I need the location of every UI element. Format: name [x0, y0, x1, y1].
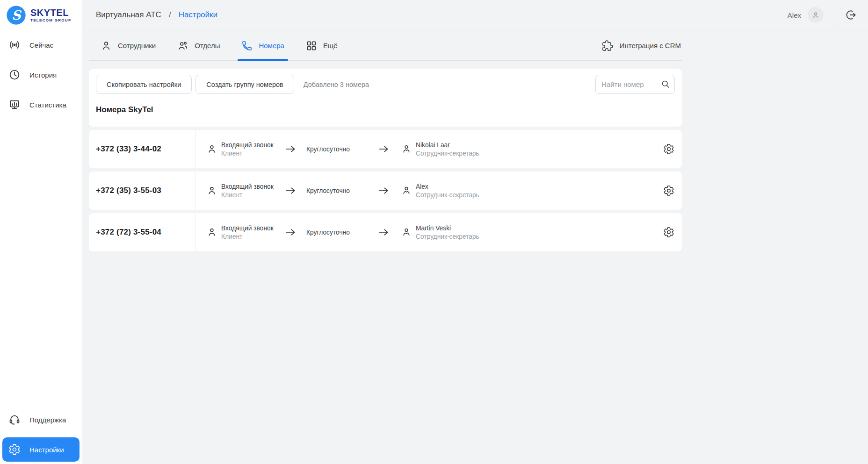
call-type: Входящий звонок	[221, 183, 284, 190]
gear-icon	[663, 227, 674, 238]
target-role: Сотрудник-секретарь	[416, 192, 479, 199]
call-type: Входящий звонок	[221, 142, 284, 149]
puzzle-icon	[602, 40, 613, 51]
target-name: Alex	[416, 183, 479, 190]
schedule: Круглосуточно	[306, 146, 369, 153]
breadcrumb-separator: /	[169, 10, 171, 20]
numbers-panel: Скопировать настройки Создать группу ном…	[89, 69, 682, 127]
routing-flow: Входящий звонок Клиент Круглосуточно Mar…	[195, 213, 682, 251]
tab-label: Сотрудники	[118, 42, 156, 50]
row-settings-button[interactable]	[663, 227, 674, 238]
sidebar-item-label: Настройки	[29, 446, 64, 454]
gear-icon	[663, 185, 674, 196]
breadcrumb-section[interactable]: Виртуальная АТС	[96, 10, 161, 20]
operator-icon	[401, 186, 412, 196]
call-source: Клиент	[221, 192, 284, 199]
person-icon	[101, 40, 112, 51]
broadcast-icon	[8, 39, 21, 51]
sidebar-item-statistics[interactable]: Статистика	[0, 90, 82, 120]
tabbar: Сотрудники Отделы Номера Ещё Интеграция …	[82, 30, 868, 61]
tab-departments[interactable]: Отделы	[177, 30, 220, 61]
avatar[interactable]	[808, 7, 824, 23]
schedule: Круглосуточно	[306, 229, 369, 236]
sidebar-item-now[interactable]: Сейчас	[0, 30, 82, 60]
sidebar-item-history[interactable]: История	[0, 60, 82, 90]
topbar: Виртуальная АТС / Настройки Alex	[82, 0, 868, 30]
sidebar-item-label: История	[29, 71, 57, 79]
headset-icon	[8, 414, 21, 426]
skytel-logo-icon: S	[6, 5, 27, 26]
tab-more[interactable]: Ещё	[306, 30, 338, 61]
main-area: Виртуальная АТС / Настройки Alex Сотрудн…	[82, 0, 868, 464]
copy-settings-button[interactable]: Скопировать настройки	[96, 75, 192, 94]
tab-label: Номера	[259, 42, 284, 50]
target-role: Сотрудник-секретарь	[416, 150, 479, 157]
logout-icon	[845, 9, 857, 21]
target-name: Martin Veski	[416, 225, 479, 232]
search-icon[interactable]	[661, 79, 670, 89]
operator-icon	[401, 227, 412, 237]
number-row: +372 (33) 3-44-02 Входящий звонок Клиент…	[89, 130, 682, 168]
schedule: Круглосуточно	[306, 187, 369, 194]
tab-label: Ещё	[323, 42, 338, 50]
breadcrumb-page[interactable]: Настройки	[179, 10, 217, 20]
breadcrumb: Виртуальная АТС / Настройки	[96, 10, 217, 20]
gear-icon	[8, 443, 21, 456]
phone-number: +372 (33) 3-44-02	[89, 130, 195, 168]
row-settings-button[interactable]	[663, 185, 674, 196]
search-box	[595, 75, 675, 94]
logout-button[interactable]	[834, 0, 868, 30]
sidebar-item-label: Поддержка	[29, 416, 66, 424]
phone-number: +372 (35) 3-55-03	[89, 171, 195, 210]
sidebar-bottom: Поддержка Настройки	[0, 405, 82, 464]
arrow-right-icon	[377, 144, 390, 154]
user-cluster: Alex	[788, 0, 868, 30]
create-group-button[interactable]: Создать группу номеров	[195, 75, 294, 94]
row-settings-button[interactable]	[663, 143, 674, 155]
app-root: S SKYTEL TELECOM GROUP Сейчас История Ст…	[0, 0, 868, 464]
crm-label: Интеграция с CRM	[620, 42, 681, 50]
svg-text:S: S	[12, 7, 22, 22]
brand-logo[interactable]: S SKYTEL TELECOM GROUP	[0, 0, 82, 30]
person-icon	[207, 186, 217, 196]
grid-icon	[306, 40, 317, 51]
number-row: +372 (72) 3-55-04 Входящий звонок Клиент…	[89, 213, 682, 251]
target-role: Сотрудник-секретарь	[416, 233, 479, 240]
arrow-right-icon	[377, 227, 390, 237]
person-icon	[207, 227, 217, 237]
call-source: Клиент	[221, 233, 284, 240]
brand-text: SKYTEL TELECOM GROUP	[30, 8, 72, 22]
phone-number: +372 (72) 3-55-04	[89, 213, 195, 251]
people-icon	[177, 40, 188, 51]
brand-subtitle: TELECOM GROUP	[30, 19, 72, 22]
brand-name: SKYTEL	[30, 8, 72, 17]
arrow-right-icon	[284, 227, 297, 237]
toolbar: Скопировать настройки Создать группу ном…	[96, 75, 675, 94]
routing-flow: Входящий звонок Клиент Круглосуточно Nik…	[195, 130, 682, 168]
sidebar-item-settings[interactable]: Настройки	[2, 437, 80, 462]
tab-numbers[interactable]: Номера	[241, 30, 284, 61]
call-source: Клиент	[221, 150, 284, 157]
tab-employees[interactable]: Сотрудники	[101, 30, 156, 61]
person-icon	[207, 144, 217, 154]
sidebar: S SKYTEL TELECOM GROUP Сейчас История Ст…	[0, 0, 82, 464]
gear-icon	[663, 143, 674, 155]
phone-icon	[241, 40, 253, 51]
added-count-text: Добавлено 3 номера	[304, 81, 369, 88]
content: Скопировать настройки Создать группу ном…	[82, 61, 868, 464]
sidebar-item-label: Статистика	[29, 101, 66, 109]
sidebar-nav: Сейчас История Статистика	[0, 30, 82, 120]
operator-icon	[401, 144, 412, 154]
sidebar-item-support[interactable]: Поддержка	[0, 405, 82, 435]
crm-integration-button[interactable]: Интеграция с CRM	[602, 40, 681, 51]
arrow-right-icon	[284, 186, 297, 196]
stats-monitor-icon	[8, 99, 21, 111]
arrow-right-icon	[284, 144, 297, 154]
call-type: Входящий звонок	[221, 225, 284, 232]
clock-icon	[8, 69, 21, 81]
number-row: +372 (35) 3-55-03 Входящий звонок Клиент…	[89, 171, 682, 210]
user-name: Alex	[788, 11, 801, 19]
arrow-right-icon	[377, 186, 390, 196]
sidebar-item-label: Сейчас	[29, 41, 53, 49]
tab-label: Отделы	[195, 42, 220, 50]
